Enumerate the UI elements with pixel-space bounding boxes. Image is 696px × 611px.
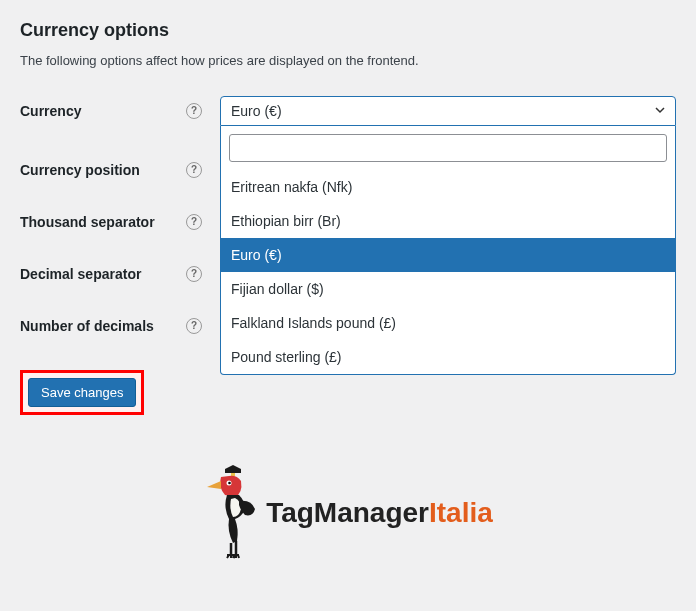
save-highlight-box: Save changes	[20, 370, 144, 415]
help-icon[interactable]	[186, 103, 202, 119]
dropdown-option[interactable]: Euro (€)	[221, 238, 675, 272]
number-of-decimals-label: Number of decimals	[20, 318, 154, 334]
dropdown-option[interactable]: Pound sterling (£)	[221, 340, 675, 374]
decimal-separator-label: Decimal separator	[20, 266, 141, 282]
logo-brand-main: TagManager	[266, 497, 429, 528]
dropdown-option[interactable]: Falkland Islands pound (£)	[221, 306, 675, 340]
currency-label-wrapper: Currency	[20, 103, 220, 119]
currency-dropdown: Eritrean nakfa (Nfk)Ethiopian birr (Br)E…	[220, 126, 676, 375]
logo-brand-accent: Italia	[429, 497, 493, 528]
currency-position-label: Currency position	[20, 162, 140, 178]
logo-wrapper: TagManagerItalia	[203, 465, 493, 560]
page-description: The following options affect how prices …	[20, 53, 676, 68]
currency-options-form: Currency Euro (€) Eritrean nakfa (Nfk)Et…	[20, 96, 676, 334]
number-of-decimals-label-wrapper: Number of decimals	[20, 318, 220, 334]
page-title: Currency options	[20, 20, 676, 41]
logo-section: TagManagerItalia	[20, 465, 676, 563]
decimal-separator-label-wrapper: Decimal separator	[20, 266, 220, 282]
thousand-separator-label-wrapper: Thousand separator	[20, 214, 220, 230]
dropdown-option[interactable]: Ethiopian birr (Br)	[221, 204, 675, 238]
currency-selected-value: Euro (€)	[231, 103, 282, 119]
dropdown-search-input[interactable]	[229, 134, 667, 162]
logo-text: TagManagerItalia	[266, 497, 493, 529]
help-icon[interactable]	[186, 318, 202, 334]
save-button[interactable]: Save changes	[28, 378, 136, 407]
dropdown-options-list[interactable]: Eritrean nakfa (Nfk)Ethiopian birr (Br)E…	[221, 170, 675, 374]
woodpecker-icon	[203, 465, 258, 560]
dropdown-option[interactable]: Eritrean nakfa (Nfk)	[221, 170, 675, 204]
currency-row: Currency Euro (€) Eritrean nakfa (Nfk)Et…	[20, 96, 676, 126]
currency-select[interactable]: Euro (€) Eritrean nakfa (Nfk)Ethiopian b…	[220, 96, 676, 126]
dropdown-option[interactable]: Fijian dollar ($)	[221, 272, 675, 306]
svg-rect-0	[231, 473, 235, 476]
currency-position-label-wrapper: Currency position	[20, 162, 220, 178]
thousand-separator-label: Thousand separator	[20, 214, 155, 230]
currency-label: Currency	[20, 103, 81, 119]
svg-point-2	[228, 482, 231, 485]
chevron-down-icon	[654, 103, 666, 119]
help-icon[interactable]	[186, 214, 202, 230]
currency-select-display[interactable]: Euro (€)	[220, 96, 676, 126]
help-icon[interactable]	[186, 266, 202, 282]
help-icon[interactable]	[186, 162, 202, 178]
dropdown-search-wrapper	[221, 126, 675, 170]
